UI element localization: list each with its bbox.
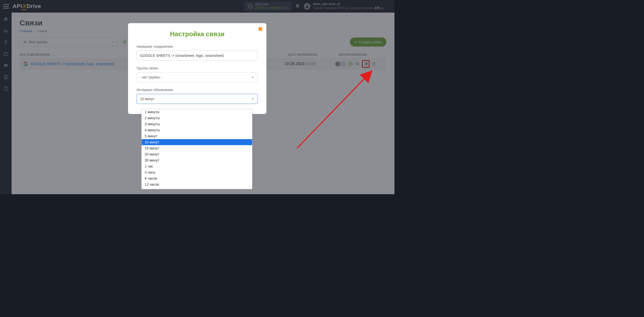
- interval-label: Интервал обновления: [137, 88, 258, 92]
- interval-option[interactable]: 5 минут: [142, 133, 252, 139]
- interval-option[interactable]: 12 часов: [142, 181, 252, 187]
- interval-option[interactable]: 4 минуты: [142, 127, 252, 133]
- interval-option[interactable]: 30 минут: [142, 157, 252, 163]
- interval-option[interactable]: 15 минут: [142, 145, 252, 151]
- interval-option[interactable]: 3 минуты: [142, 121, 252, 127]
- connection-settings-modal: ✖ Настройка связи Название соединения Гр…: [128, 23, 266, 114]
- interval-option[interactable]: 3 часа: [142, 169, 252, 175]
- interval-option[interactable]: 2 минуты: [142, 115, 252, 121]
- chevron-down-icon: [251, 75, 255, 79]
- chevron-down-icon: [251, 97, 255, 101]
- interval-option[interactable]: 1 час: [142, 163, 252, 169]
- group-select[interactable]: - нет группы -: [137, 72, 258, 82]
- interval-dropdown-list: 1 минута2 минуты3 минуты4 минуты5 минут1…: [141, 109, 252, 189]
- interval-option[interactable]: 20 минут: [142, 151, 252, 157]
- group-label: Группа связи: [137, 66, 258, 70]
- modal-title: Настройка связи: [137, 30, 258, 38]
- name-label: Название соединения: [137, 45, 258, 49]
- modal-close-button[interactable]: ✖: [258, 26, 263, 33]
- connection-name-input[interactable]: [137, 51, 258, 61]
- interval-option[interactable]: 1 день: [142, 187, 252, 189]
- interval-option[interactable]: 10 минут: [142, 139, 252, 145]
- interval-option[interactable]: 6 часов: [142, 175, 252, 181]
- interval-select[interactable]: 10 минут: [137, 94, 258, 104]
- interval-option[interactable]: 1 минута: [142, 109, 252, 115]
